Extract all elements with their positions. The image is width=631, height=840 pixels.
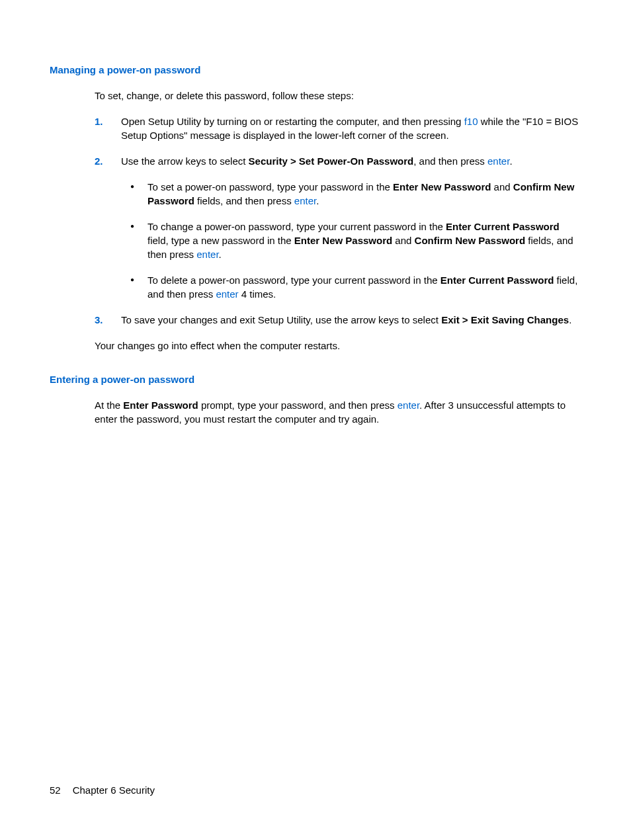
b2-bold1: Enter Current Password (446, 221, 560, 232)
page-footer: 52Chapter 6 Security (50, 783, 155, 797)
b1-t4: . (316, 195, 319, 206)
closing-text: Your changes go into effect when the com… (95, 339, 581, 353)
s2-bold: Enter Password (123, 399, 198, 411)
steps-list: Open Setup Utility by turning on or rest… (95, 114, 581, 327)
section-heading-entering: Entering a power-on password (50, 372, 581, 386)
page-number: 52 (50, 784, 61, 796)
bullet-set-password: To set a power-on password, type your pa… (121, 180, 581, 208)
b2-t1: To change a power-on password, type your… (147, 221, 446, 232)
b3-key: enter (216, 288, 238, 300)
step2-text-mid: , and then press (413, 155, 487, 167)
b1-t2: and (491, 181, 513, 192)
b1-t3: fields, and then press (194, 195, 294, 206)
step-3: To save your changes and exit Setup Util… (95, 313, 581, 327)
bullet-change-password: To change a power-on password, type your… (121, 220, 581, 261)
step2-text-post: . (509, 155, 512, 167)
bullet-delete-password: To delete a power-on password, type your… (121, 273, 581, 301)
step3-bold: Exit > Exit Saving Changes (441, 314, 569, 325)
b1-t1: To set a power-on password, type your pa… (147, 181, 393, 192)
step2-text-pre: Use the arrow keys to select (121, 155, 249, 167)
chapter-label: Chapter 6 Security (73, 784, 155, 796)
section2-para: At the Enter Password prompt, type your … (95, 398, 581, 426)
step-1: Open Setup Utility by turning on or rest… (95, 114, 581, 142)
step2-bullets: To set a power-on password, type your pa… (121, 180, 581, 301)
key-f10: f10 (464, 116, 478, 127)
b2-t2: field, type a new password in the (147, 235, 294, 246)
intro-text: To set, change, or delete this password,… (95, 89, 581, 103)
b1-key: enter (294, 195, 316, 206)
section-heading-managing: Managing a power-on password (50, 63, 581, 77)
b1-bold1: Enter New Password (393, 181, 491, 192)
step1-text-pre: Open Setup Utility by turning on or rest… (121, 116, 464, 127)
s2-key: enter (398, 399, 419, 411)
s2-t2: prompt, type your password, and then pre… (198, 399, 398, 411)
s2-t1: At the (95, 399, 123, 411)
b2-t5: . (219, 249, 222, 260)
step3-t2: . (569, 314, 571, 325)
step2-bold: Security > Set Power-On Password (249, 155, 414, 167)
step3-t1: To save your changes and exit Setup Util… (121, 314, 441, 325)
b2-bold2: Enter New Password (294, 235, 392, 246)
b3-t3: 4 times. (239, 288, 276, 300)
b2-bold3: Confirm New Password (415, 235, 526, 246)
b3-bold1: Enter Current Password (441, 274, 554, 286)
b2-key: enter (196, 249, 218, 260)
key-enter: enter (487, 155, 509, 167)
step-2: Use the arrow keys to select Security > … (95, 154, 581, 301)
b2-t3: and (392, 235, 414, 246)
b3-t1: To delete a power-on password, type your… (147, 274, 441, 286)
